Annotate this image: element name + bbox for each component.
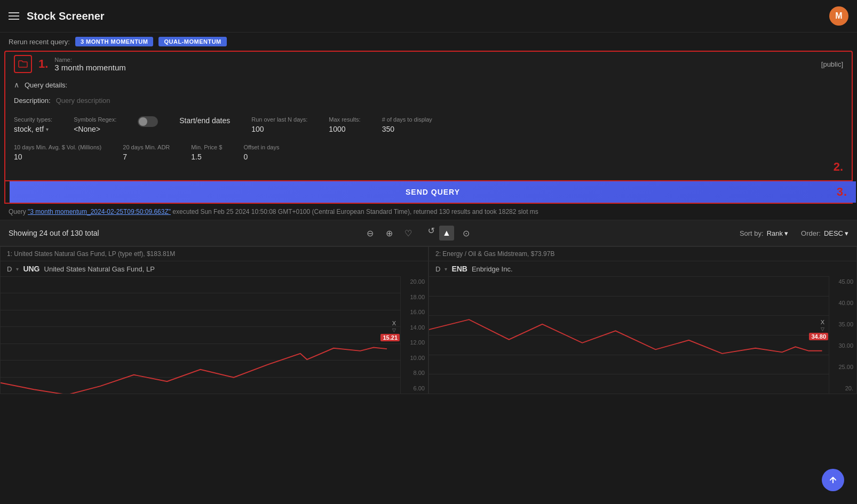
params-number: 2. xyxy=(834,160,843,174)
send-query-label: SEND QUERY xyxy=(406,188,460,196)
param-value-price[interactable]: 1.5 xyxy=(191,153,222,161)
hamburger-menu[interactable] xyxy=(9,12,19,20)
public-badge: [public] xyxy=(821,60,843,68)
arrow-up-icon xyxy=(828,475,838,485)
results-toolbar: Showing 24 out of 130 total ⊖ ⊕ ♡ ↻ ▲ ⊙ … xyxy=(0,220,857,246)
param-dropdown-security[interactable]: stock, etf ▾ xyxy=(14,125,52,133)
rerun-tag-2[interactable]: QUAL-MOMENTUM xyxy=(158,37,226,46)
card-2-type-dropdown[interactable]: ▾ xyxy=(445,266,447,272)
card-2-name: Enbridge Inc. xyxy=(472,265,513,273)
param-label-days: # of days to display xyxy=(382,116,432,123)
toolbar-icons: ⊖ ⊕ ♡ ↻ ▲ ⊙ xyxy=(158,226,678,241)
query-details-label: Query details: xyxy=(25,81,67,89)
param-min-price: Min. Price $ 1.5 xyxy=(191,144,222,161)
header: Stock Screener M xyxy=(0,0,857,33)
param-label-offset: Offset in days xyxy=(243,144,279,150)
param-value-max[interactable]: 1000 xyxy=(329,125,360,133)
param-run-over: Run over last N days: 100 xyxy=(251,116,307,133)
rerun-tag-1[interactable]: 3 MONTH MOMENTUM xyxy=(75,37,154,46)
sort-by-label: Sort by: xyxy=(740,229,764,237)
card-1-type-dropdown[interactable]: ▾ xyxy=(16,266,19,272)
card-1-y-16: 16.00 xyxy=(404,309,425,315)
param-value-run[interactable]: 100 xyxy=(251,125,307,133)
scroll-up-button[interactable] xyxy=(822,469,844,491)
sort-by-dropdown[interactable]: Rank ▾ xyxy=(767,229,788,237)
description-row: Description: Query description xyxy=(4,93,853,108)
param-value-regex[interactable]: <None> xyxy=(74,125,116,133)
sort-controls: Sort by: Rank ▾ Order: DESC ▾ xyxy=(678,229,848,237)
card-1-y-18: 18.00 xyxy=(404,294,425,300)
param-start-end: Start/end dates xyxy=(179,116,230,125)
card-1-chart-svg xyxy=(1,276,400,394)
param-toggle[interactable] xyxy=(138,116,158,127)
query-number: 1. xyxy=(38,57,48,71)
query-name-row: 1. Name: 3 month momentum [public] xyxy=(4,51,853,76)
refresh-icon[interactable]: ↻ xyxy=(420,226,435,241)
toggle-switch[interactable] xyxy=(138,116,158,127)
param-value-vol[interactable]: 10 xyxy=(14,153,101,161)
results-count: Showing 24 out of 130 total xyxy=(9,229,158,237)
favorite-icon[interactable]: ♡ xyxy=(401,226,416,241)
card-2-category: 2: Energy / Oil & Gas Midstream, $73.97B xyxy=(435,250,554,258)
param-label-regex: Symbols Regex: xyxy=(74,116,116,123)
card-2-chart: X▽ 34.80 45.00 40.00 35.00 30.00 25.00 2… xyxy=(429,276,856,394)
param-label-vol: 10 days Min. Avg. $ Vol. (Millions) xyxy=(14,144,101,150)
stock-card-1: 1: United States Natural Gas Fund, LP (t… xyxy=(0,246,428,394)
app-title: Stock Screener xyxy=(27,10,105,22)
order-label: Order: xyxy=(801,229,821,237)
param-min-vol: 10 days Min. Avg. $ Vol. (Millions) 10 xyxy=(14,144,101,161)
description-label: Description: xyxy=(14,97,51,105)
send-query-container: SEND QUERY 3. xyxy=(4,181,853,204)
name-value[interactable]: 3 month momentum xyxy=(54,63,125,72)
send-query-number: 3. xyxy=(837,185,847,199)
card-1-symbol[interactable]: UNG xyxy=(23,265,39,273)
order-dropdown[interactable]: DESC ▾ xyxy=(824,229,848,237)
param-value-adr[interactable]: 7 xyxy=(123,153,170,161)
description-input[interactable]: Query description xyxy=(56,97,110,105)
card-1-price-label: 15.21 xyxy=(380,334,400,341)
param-max-results: Max results: 1000 xyxy=(329,116,360,133)
rerun-label: Rerun recent query: xyxy=(9,38,70,46)
card-2-y-25: 25.00 xyxy=(832,364,853,370)
play-circle-icon[interactable]: ⊙ xyxy=(458,226,473,241)
card-2-y-axis: 45.00 40.00 35.00 30.00 25.00 20. xyxy=(829,276,856,394)
chevron-down-icon: ▾ xyxy=(46,126,49,132)
query-name-block: Name: 3 month momentum xyxy=(54,57,125,72)
param-label-price: Min. Price $ xyxy=(191,144,222,150)
card-1-header: 1: United States Natural Gas Fund, LP (t… xyxy=(1,247,428,261)
order-chevron-icon: ▾ xyxy=(845,229,848,237)
card-1-chart: X▽| 15.21 20.00 18.00 16.00 14.00 12.00 … xyxy=(1,276,428,394)
card-2-type: D xyxy=(435,265,440,273)
card-2-title-row: D ▾ ENB Enbridge Inc. xyxy=(429,261,856,276)
query-result-link[interactable]: "3 month momentum_2024-02-25T09:50:09.66… xyxy=(28,208,171,215)
zoom-in-icon[interactable]: ⊕ xyxy=(382,226,396,241)
send-query-button[interactable]: SEND QUERY 3. xyxy=(10,181,856,203)
user-avatar[interactable]: M xyxy=(829,6,848,26)
query-name-left: 1. Name: 3 month momentum xyxy=(14,55,126,73)
query-result-rest: executed Sun Feb 25 2024 10:50:08 GMT+01… xyxy=(171,208,538,215)
params-row-2: 10 days Min. Avg. $ Vol. (Millions) 10 2… xyxy=(14,144,843,161)
stock-card-2: 2: Energy / Oil & Gas Midstream, $73.97B… xyxy=(428,246,857,394)
param-value-days[interactable]: 350 xyxy=(382,125,432,133)
param-label-security: Security types: xyxy=(14,116,52,123)
card-2-symbol[interactable]: ENB xyxy=(451,265,467,273)
card-1-category: 1: United States Natural Gas Fund, LP (t… xyxy=(7,250,175,258)
query-result-bar: Query "3 month momentum_2024-02-25T09:50… xyxy=(0,204,857,220)
expand-icon[interactable]: ▲ xyxy=(439,226,454,241)
order-value: DESC xyxy=(824,229,843,237)
folder-icon-box[interactable] xyxy=(14,55,32,73)
param-offset: Offset in days 0 xyxy=(243,144,279,161)
card-1-y-20: 20.00 xyxy=(404,278,425,285)
param-value-offset[interactable]: 0 xyxy=(243,153,279,161)
card-2-y-40: 40.00 xyxy=(832,300,853,306)
zoom-out-icon[interactable]: ⊖ xyxy=(362,226,377,241)
name-label: Name: xyxy=(54,57,125,63)
param-value-startend[interactable]: Start/end dates xyxy=(179,116,230,125)
param-days-display: # of days to display 350 xyxy=(382,116,432,133)
card-2-y-35: 35.00 xyxy=(832,321,853,327)
card-1-y-8: 8.00 xyxy=(404,370,425,376)
collapse-icon[interactable]: ∧ xyxy=(14,81,19,89)
card-2-y-30: 30.00 xyxy=(832,342,853,349)
param-label-run: Run over last N days: xyxy=(251,116,307,123)
card-2-y-20: 20. xyxy=(832,385,853,391)
